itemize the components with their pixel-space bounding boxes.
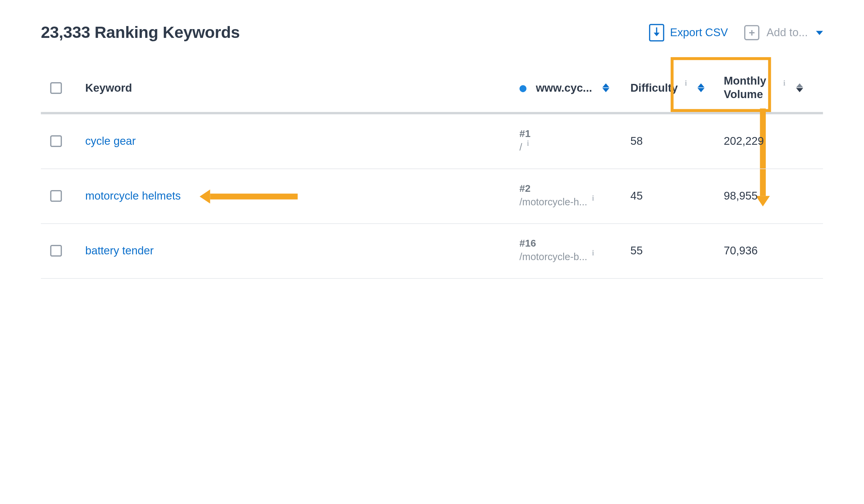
row-checkbox[interactable] <box>50 135 62 147</box>
monthly-volume-value: 202,229 <box>724 135 823 147</box>
select-all-checkbox[interactable] <box>50 82 62 94</box>
column-header-keyword-label: Keyword <box>85 82 132 94</box>
info-icon: i <box>592 193 594 203</box>
site-indicator-icon <box>520 85 527 92</box>
column-header-monthly-volume[interactable]: Monthly Volume i <box>724 75 823 101</box>
sort-desc-icon <box>796 84 803 93</box>
column-header-site-label: www.cyc... <box>536 82 592 94</box>
difficulty-value: 55 <box>631 245 724 257</box>
column-header-site[interactable]: www.cyc... <box>520 82 631 94</box>
keyword-link[interactable]: cycle gear <box>85 135 520 147</box>
row-checkbox[interactable] <box>50 190 62 201</box>
panel-header: 23,333 Ranking Keywords Export CSV + Add… <box>41 23 823 42</box>
monthly-volume-value: 98,955 <box>724 189 823 202</box>
plus-icon: + <box>744 25 760 40</box>
url-path: /motorcycle-h... <box>520 196 587 209</box>
site-rank-cell: #1/i <box>520 128 631 155</box>
site-rank-cell: #2/motorcycle-h...i <box>520 183 631 209</box>
row-checkbox[interactable] <box>50 245 62 256</box>
column-header-difficulty-label: Difficulty <box>631 82 678 94</box>
url-path: /motorcycle-b... <box>520 251 587 264</box>
table-row: motorcycle helmets#2/motorcycle-h...i459… <box>41 169 823 224</box>
column-header-keyword[interactable]: Keyword <box>85 82 520 94</box>
table-row: battery tender#16/motorcycle-b...i5570,9… <box>41 224 823 279</box>
header-actions: Export CSV + Add to... <box>649 24 823 41</box>
add-to-label: Add to... <box>767 26 808 39</box>
table-body: cycle gear#1/i58202,229motorcycle helmet… <box>41 114 823 288</box>
info-icon: i <box>783 78 785 88</box>
monthly-volume-value: 70,936 <box>724 245 823 257</box>
page-title: 23,333 Ranking Keywords <box>41 23 240 42</box>
export-csv-label: Export CSV <box>670 26 728 39</box>
annotation-arrow-left <box>210 194 298 199</box>
rank-value: #16 <box>520 237 631 251</box>
keyword-link[interactable]: battery tender <box>85 245 520 257</box>
url-path: / <box>520 141 523 155</box>
table-row: cycle gear#1/i58202,229 <box>41 114 823 169</box>
export-csv-button[interactable]: Export CSV <box>649 24 728 41</box>
keyword-ranking-panel: 23,333 Ranking Keywords Export CSV + Add… <box>0 0 864 289</box>
rank-value: #2 <box>520 183 631 196</box>
table-header-row: Keyword www.cyc... Difficulty i Monthly … <box>41 69 823 114</box>
keyword-link[interactable]: motorcycle helmets <box>85 189 520 202</box>
info-icon: i <box>685 78 687 88</box>
add-to-button[interactable]: + Add to... <box>744 25 823 40</box>
site-rank-cell: #16/motorcycle-b...i <box>520 237 631 264</box>
difficulty-value: 45 <box>631 189 724 202</box>
download-icon <box>649 24 664 41</box>
info-icon: i <box>527 138 529 148</box>
difficulty-value: 58 <box>631 135 724 147</box>
column-header-volume-label: Monthly Volume <box>724 75 776 101</box>
sort-icon <box>697 84 705 93</box>
column-header-difficulty[interactable]: Difficulty i <box>631 82 724 94</box>
sort-icon <box>603 84 610 93</box>
info-icon: i <box>592 248 594 258</box>
table-row: cyclegear#1/i6441,007 <box>41 279 823 288</box>
chevron-down-icon <box>816 31 823 35</box>
rank-value: #1 <box>520 128 631 142</box>
